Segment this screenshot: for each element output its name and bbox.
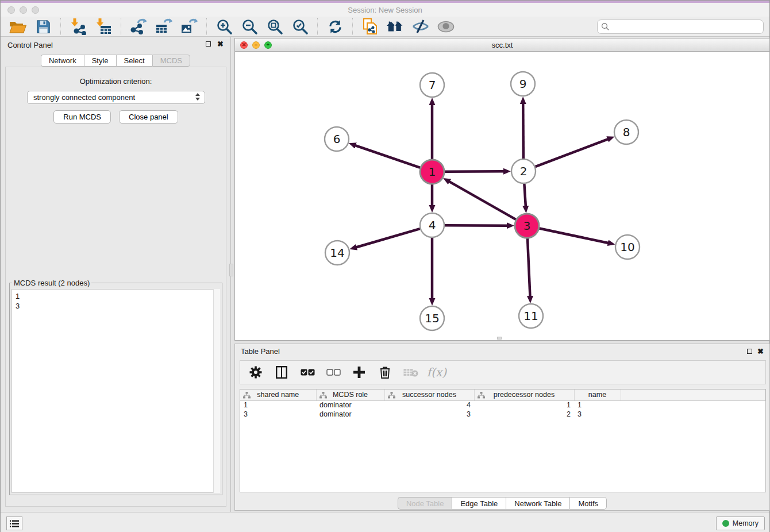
memory-button[interactable]: Memory <box>716 516 765 530</box>
tab-network-table[interactable]: Network Table <box>506 497 569 510</box>
column-header-successor-nodes[interactable]: successor nodes <box>384 390 474 400</box>
mcds-result-title: MCDS result (2 nodes) <box>12 279 91 287</box>
cell-MCDS-role[interactable]: dominator <box>316 400 384 410</box>
status-menu-button[interactable] <box>6 516 22 530</box>
tab-network[interactable]: Network <box>41 55 84 67</box>
import-table-icon[interactable] <box>94 17 113 36</box>
refresh-icon[interactable] <box>326 17 344 36</box>
settings-gear-icon[interactable] <box>247 364 264 381</box>
cell-MCDS-role[interactable]: dominator <box>316 410 384 419</box>
edge-1-6[interactable] <box>355 145 420 168</box>
result-scrollbar[interactable] <box>213 289 220 493</box>
cell-shared-name[interactable]: 3 <box>240 410 316 419</box>
table-header-row: shared nameMCDS rolesuccessor nodesprede… <box>240 390 765 400</box>
table-panel-title: Table Panel <box>241 347 280 356</box>
memory-status-dot <box>722 520 729 527</box>
table-row[interactable]: 1dominator411 <box>240 400 765 410</box>
graph-node-label-1: 1 <box>429 165 436 179</box>
edge-3-11[interactable] <box>528 238 530 296</box>
export-image-icon[interactable] <box>180 17 198 36</box>
mcds-result-group: MCDS result (2 nodes) 1 3 <box>9 279 222 495</box>
tab-style[interactable]: Style <box>84 55 116 67</box>
cell-filler <box>621 410 765 419</box>
network-graph[interactable]: 1234678910111415 <box>235 52 769 341</box>
import-network-icon[interactable] <box>69 17 87 36</box>
memory-button-label: Memory <box>733 519 759 527</box>
cell-name[interactable]: 1 <box>574 400 621 410</box>
column-label: successor nodes <box>402 391 456 399</box>
tab-select[interactable]: Select <box>116 55 152 67</box>
edge-1-2[interactable] <box>445 171 504 172</box>
network-window-titlebar: scc.txt ✕ − + <box>235 38 769 52</box>
copy-network-icon[interactable] <box>361 17 379 36</box>
search-input[interactable] <box>597 20 764 34</box>
tab-edge-table[interactable]: Edge Table <box>452 497 506 510</box>
cell-predecessor-nodes[interactable]: 1 <box>474 400 574 410</box>
select-all-columns-icon[interactable] <box>299 364 316 381</box>
delete-row-trash-icon[interactable] <box>376 364 394 381</box>
table-panel: Table Panel ✖ <box>234 344 770 511</box>
deselect-all-columns-icon[interactable] <box>325 364 342 381</box>
split-view-icon[interactable] <box>273 364 290 381</box>
edge-4-3[interactable] <box>445 225 507 226</box>
column-header-predecessor-nodes[interactable]: predecessor nodes <box>474 390 574 400</box>
graph-node-label-11: 11 <box>523 309 538 323</box>
column-header-shared-name[interactable]: shared name <box>240 390 316 400</box>
network-resize-handle[interactable] <box>497 337 502 340</box>
edge-3-10[interactable] <box>540 229 609 243</box>
zoom-out-icon[interactable] <box>240 17 259 36</box>
delete-table-icon[interactable] <box>402 364 419 381</box>
control-tabs: NetworkStyleSelectMCDS <box>1 55 230 67</box>
close-table-panel-icon[interactable]: ✖ <box>757 347 764 356</box>
edge-4-14[interactable] <box>356 229 420 247</box>
graph-node-label-14: 14 <box>330 246 344 260</box>
tab-node-table[interactable]: Node Table <box>398 497 452 510</box>
graph-node-label-10: 10 <box>620 240 634 254</box>
optimization-criterion-select[interactable]: strongly connected component <box>27 91 205 104</box>
cell-shared-name[interactable]: 1 <box>240 400 316 410</box>
cell-predecessor-nodes[interactable]: 2 <box>474 410 574 419</box>
export-table-icon[interactable] <box>155 17 173 36</box>
column-header-name[interactable]: name <box>574 390 621 400</box>
dropdown-selected-value: strongly connected component <box>33 93 135 102</box>
save-session-icon[interactable] <box>34 17 52 36</box>
show-all-icon[interactable] <box>437 17 455 36</box>
zoom-in-icon[interactable] <box>215 17 233 36</box>
column-header-MCDS-role[interactable]: MCDS role <box>316 390 384 400</box>
network-canvas[interactable]: 1234678910111415 <box>235 52 769 340</box>
column-label: name <box>588 391 606 399</box>
network-view-window: scc.txt ✕ − + 1234678910111415 <box>234 38 770 341</box>
panel-splitter-handle[interactable] <box>229 264 233 276</box>
zoom-selected-icon[interactable] <box>291 17 309 36</box>
home-icon[interactable] <box>386 17 405 36</box>
tab-motifs[interactable]: Motifs <box>569 497 607 510</box>
run-mcds-button[interactable]: Run MCDS <box>53 110 111 124</box>
table-row[interactable]: 3dominator323 <box>240 410 765 419</box>
column-label: MCDS role <box>333 391 368 399</box>
edge-2-3[interactable] <box>524 184 525 206</box>
open-file-icon[interactable] <box>9 17 27 36</box>
edge-2-8[interactable] <box>536 139 609 167</box>
cell-name[interactable]: 3 <box>574 410 621 419</box>
mcds-result-textarea[interactable]: 1 3 <box>11 289 220 493</box>
tab-mcds[interactable]: MCDS <box>152 55 190 67</box>
chevron-up-down-icon <box>195 93 200 101</box>
cell-successor-nodes[interactable]: 4 <box>384 400 474 410</box>
node-table[interactable]: shared nameMCDS rolesuccessor nodesprede… <box>240 389 766 492</box>
cell-successor-nodes[interactable]: 3 <box>384 410 474 419</box>
close-panel-button[interactable]: Close panel <box>119 110 178 124</box>
close-panel-icon[interactable]: ✖ <box>217 40 224 48</box>
graph-node-label-3: 3 <box>523 219 531 233</box>
float-panel-icon[interactable] <box>206 41 211 47</box>
hierarchy-icon <box>388 392 395 400</box>
edge-3-1[interactable] <box>449 182 516 219</box>
control-panel: Control Panel ✖ NetworkStyleSelectMCDS O… <box>1 37 231 512</box>
add-row-icon[interactable] <box>351 364 368 381</box>
hide-selected-icon[interactable] <box>411 17 430 36</box>
float-table-panel-icon[interactable] <box>747 349 752 354</box>
function-builder-icon[interactable]: f(x) <box>428 364 445 381</box>
export-network-icon[interactable] <box>129 17 148 36</box>
edge-2-9[interactable] <box>523 103 523 159</box>
zoom-fit-icon[interactable] <box>265 17 284 36</box>
table-tabs: Node TableEdge TableNetwork TableMotifs <box>235 497 769 510</box>
